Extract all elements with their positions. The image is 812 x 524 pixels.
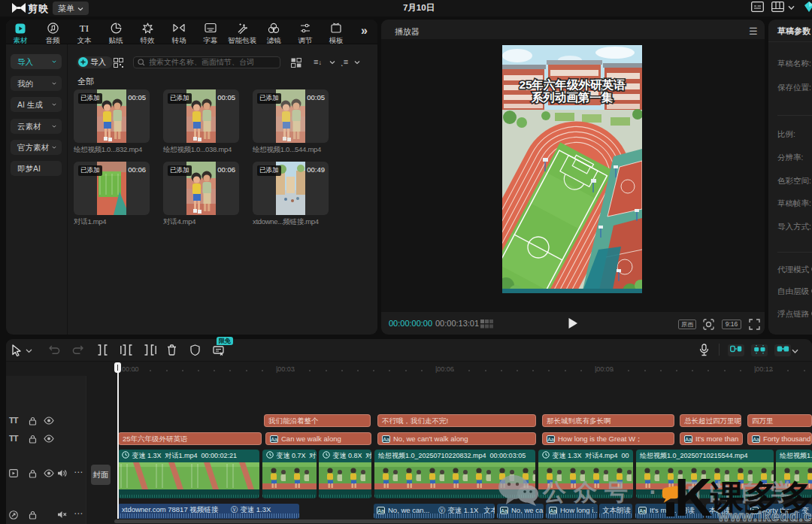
svg-text:系列动画第一集: 系列动画第一集	[531, 91, 614, 104]
svg-text:25年六年级外研英语: 25年六年级外研英语	[519, 78, 626, 91]
